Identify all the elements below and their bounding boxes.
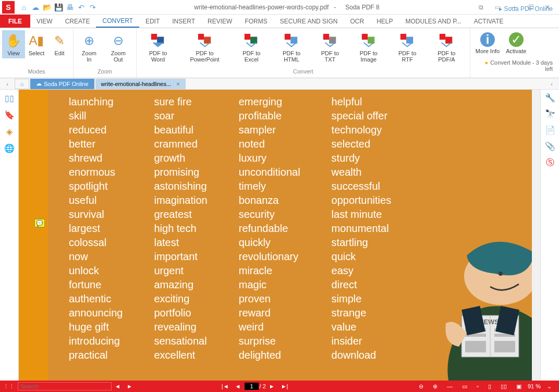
zoom-out-button[interactable]: ⊖ Zoom Out bbox=[103, 30, 134, 65]
word-item: strange bbox=[332, 306, 392, 320]
expand-right-icon[interactable]: ‹ bbox=[544, 81, 559, 87]
tab-forms[interactable]: FORMS bbox=[238, 15, 273, 28]
word-item: amazing bbox=[154, 278, 207, 292]
word-item: luxury bbox=[239, 151, 300, 165]
close-tab-icon[interactable]: × bbox=[176, 81, 179, 87]
tab-ocr[interactable]: OCR bbox=[344, 15, 370, 28]
search-next-icon[interactable]: ► bbox=[124, 383, 136, 389]
expand-left-icon[interactable]: › bbox=[0, 81, 15, 87]
vertical-scrollbar[interactable] bbox=[532, 90, 540, 381]
document-tab[interactable]: write-emotional-headlines... × bbox=[95, 79, 186, 89]
pages-panel-icon[interactable]: ▯▯ bbox=[4, 93, 15, 103]
ppt-icon bbox=[197, 32, 213, 49]
fit-width-icon[interactable]: ▭ bbox=[459, 383, 470, 390]
svg-point-17 bbox=[499, 272, 503, 276]
tab-convert[interactable]: CONVERT bbox=[96, 15, 139, 28]
tab-create[interactable]: CREATE bbox=[59, 15, 96, 28]
edit-mode-button[interactable]: ✎ Edit bbox=[48, 30, 71, 58]
activate-button[interactable]: ✓ Activate bbox=[503, 30, 529, 56]
word-item: refundable bbox=[239, 222, 300, 236]
word-item: successful bbox=[332, 179, 392, 193]
word-item: last minute bbox=[332, 207, 392, 222]
open-icon[interactable]: 📂 bbox=[43, 3, 51, 11]
next-page-icon[interactable]: ► bbox=[266, 383, 278, 389]
word-item: spotlight bbox=[69, 179, 123, 193]
svg-rect-6 bbox=[285, 34, 290, 40]
hand-icon: ✋ bbox=[5, 32, 22, 49]
cloud-icon[interactable]: ☁ bbox=[31, 3, 40, 11]
home-icon[interactable]: ⌂ bbox=[20, 3, 28, 11]
pdf-to-txt-button[interactable]: PDF to TXT bbox=[312, 30, 348, 65]
undo-icon[interactable]: ↶ bbox=[77, 3, 86, 11]
view-mode-button[interactable]: ✋ View bbox=[2, 30, 25, 58]
cloud-panel-icon[interactable]: 🌐 bbox=[4, 143, 15, 153]
first-page-icon[interactable]: |◄ bbox=[218, 383, 232, 389]
zoom-level: 91 % bbox=[528, 383, 541, 389]
word-item: huge gift bbox=[69, 320, 123, 334]
tab-review[interactable]: REVIEW bbox=[201, 15, 238, 28]
tab-file[interactable]: FILE bbox=[0, 15, 30, 28]
more-info-button[interactable]: i More Info bbox=[472, 30, 503, 56]
home-tab-icon[interactable]: ⌂ bbox=[15, 79, 29, 89]
word-item: survival bbox=[69, 207, 123, 222]
pdf-to-image-button[interactable]: PDF to Image bbox=[348, 30, 389, 65]
group-label-convert: Convert bbox=[137, 68, 470, 78]
search-prev-icon[interactable]: ◄ bbox=[112, 383, 124, 389]
tab-help[interactable]: HELP bbox=[370, 15, 399, 28]
tab-view[interactable]: VIEW bbox=[30, 15, 59, 28]
zoom-out-status-icon[interactable]: ⊖ bbox=[416, 383, 427, 390]
comment-note-icon[interactable]: 💬 bbox=[34, 219, 45, 227]
layers-panel-icon[interactable]: ◈ bbox=[4, 126, 15, 137]
zoom-in-button[interactable]: ⊕ Zoom In bbox=[76, 30, 103, 65]
word-item: proven bbox=[239, 292, 300, 306]
tab-modules[interactable]: MODULES AND P... bbox=[399, 15, 467, 28]
pdf-page: launchingskillreducedbettershrewdenormou… bbox=[48, 90, 532, 381]
tab-secure[interactable]: SECURE AND SIGN bbox=[274, 15, 344, 28]
print-icon[interactable]: 🖶 bbox=[66, 3, 74, 11]
word-icon bbox=[150, 32, 166, 49]
pdf-to-rtf-button[interactable]: PDF to RTF bbox=[389, 30, 426, 65]
pdf-to-html-button[interactable]: PDF to HTML bbox=[271, 30, 312, 65]
zoom-dropdown-icon[interactable]: ⌄ bbox=[544, 383, 555, 390]
bookmarks-panel-icon[interactable]: 🔖 bbox=[4, 109, 15, 120]
pdf-to-powerpoint-button[interactable]: PDF to PowerPoint bbox=[177, 30, 232, 65]
wrench-icon[interactable]: 🔧 bbox=[545, 93, 555, 103]
zoom-in-status-icon[interactable]: ⊕ bbox=[430, 383, 441, 390]
word-item: direct bbox=[332, 278, 392, 292]
tab-insert[interactable]: INSERT bbox=[166, 15, 201, 28]
word-item: special offer bbox=[332, 109, 392, 123]
word-item: helpful bbox=[332, 95, 392, 109]
last-page-icon[interactable]: ►| bbox=[278, 383, 291, 389]
svg-rect-8 bbox=[323, 34, 329, 40]
pdf-to-pdfa-button[interactable]: PDF to PDF/A bbox=[426, 30, 468, 65]
save-icon[interactable]: 💾 bbox=[54, 3, 63, 11]
continuous-icon[interactable]: ▯▯ bbox=[497, 383, 510, 390]
tab-edit[interactable]: EDIT bbox=[139, 15, 166, 28]
pdf-to-word-button[interactable]: PDF to Word bbox=[139, 30, 178, 65]
prev-page-icon[interactable]: ◄ bbox=[232, 383, 244, 389]
window-title: write-emotional-headlines-power-words-co… bbox=[100, 4, 473, 11]
single-page-icon[interactable]: ▯ bbox=[485, 383, 494, 390]
restore-down-icon[interactable]: ⧉ bbox=[473, 2, 488, 13]
tab-activate[interactable]: ACTIVATE bbox=[468, 15, 510, 28]
notes-icon[interactable]: 📄 bbox=[545, 125, 555, 135]
pdf-to-excel-button[interactable]: PDF to Excel bbox=[232, 30, 271, 65]
current-page[interactable]: 1 bbox=[245, 383, 258, 390]
group-label-modes: Modes bbox=[0, 68, 73, 78]
word-item: greatest bbox=[154, 207, 207, 222]
zoom-in-icon: ⊕ bbox=[81, 32, 98, 49]
stamp-icon[interactable]: Ⓢ bbox=[546, 157, 554, 168]
soda-pdf-online-link[interactable]: ▸ Soda PDF Online bbox=[499, 5, 559, 16]
select-mode-button[interactable]: A▮ Select bbox=[25, 30, 48, 58]
word-item: insider bbox=[332, 334, 392, 348]
attachment-icon[interactable]: 📎 bbox=[545, 141, 555, 151]
binoculars-icon[interactable]: 🔭 bbox=[545, 109, 555, 119]
fit-page-icon[interactable]: ▫ bbox=[473, 383, 482, 389]
word-item: miracle bbox=[239, 264, 300, 278]
soda-online-tab[interactable]: ☁ Soda PDF Online bbox=[30, 79, 94, 89]
search-input[interactable] bbox=[18, 382, 112, 390]
word-item: unlock bbox=[69, 264, 123, 278]
3d-view-icon[interactable]: ▣ bbox=[513, 383, 525, 390]
status-menu-icon[interactable]: ⋮⋮ bbox=[0, 383, 18, 390]
redo-icon[interactable]: ↷ bbox=[89, 3, 97, 11]
